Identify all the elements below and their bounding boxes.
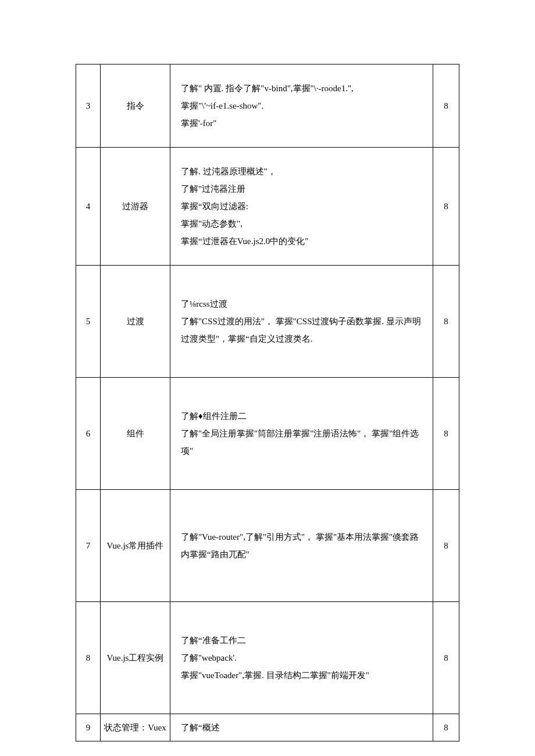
- row-topic: Vue.js工程实例: [101, 602, 170, 714]
- row-description: 了⅛rcss过渡了解"CSS过渡的用法"， 掌握"CSS过渡钩子函数掌握. 显示…: [170, 266, 433, 378]
- row-description: 了解“准备工作二了解"webpack'.掌握"vueToader",掌握. 目录…: [170, 602, 433, 714]
- table-row: 9 状态管理：Vuex 了解“概述 8: [76, 714, 459, 741]
- row-hours: 8: [433, 266, 459, 378]
- row-topic: 过游器: [101, 148, 170, 266]
- table-row: 6 组件 了解♦组件注册二了解"全局注册掌握"筒部注册掌握"注册语法怖"， 掌握…: [76, 378, 459, 490]
- syllabus-table: 3 指令 了解" 内置. 指令了解"v-bind",掌握"\·-roode1."…: [76, 64, 459, 741]
- table-row: 8 Vue.js工程实例 了解“准备工作二了解"webpack'.掌握"vueT…: [76, 602, 459, 714]
- table-row: 7 Vue.js常用插件 了解"Vue-router",了解"引用方式"， 掌握…: [76, 490, 459, 602]
- row-hours: 8: [433, 65, 459, 148]
- row-topic: 指令: [101, 65, 170, 148]
- row-topic: Vue.js常用插件: [101, 490, 170, 602]
- row-topic: 状态管理：Vuex: [101, 714, 170, 741]
- row-number: 5: [76, 266, 101, 378]
- row-topic: 组件: [101, 378, 170, 490]
- row-number: 7: [76, 490, 101, 602]
- table-row: 4 过游器 了解. 过沌器原理概述"，了解"过沌器注册掌握“双向过滤器:掌握"动…: [76, 148, 459, 266]
- row-number: 6: [76, 378, 101, 490]
- row-number: 8: [76, 602, 101, 714]
- row-number: 9: [76, 714, 101, 741]
- table-row: 3 指令 了解" 内置. 指令了解"v-bind",掌握"\·-roode1."…: [76, 65, 459, 148]
- row-description: 了解"Vue-router",了解"引用方式"， 掌握"基本用法掌握"倏套路内掌…: [170, 490, 433, 602]
- row-number: 4: [76, 148, 101, 266]
- row-hours: 8: [433, 378, 459, 490]
- row-description: 了解“概述: [170, 714, 433, 741]
- row-description: 了解♦组件注册二了解"全局注册掌握"筒部注册掌握"注册语法怖"， 掌握"组件选项…: [170, 378, 433, 490]
- row-hours: 8: [433, 602, 459, 714]
- row-topic: 过渡: [101, 266, 170, 378]
- table-row: 5 过渡 了⅛rcss过渡了解"CSS过渡的用法"， 掌握"CSS过渡钩子函数掌…: [76, 266, 459, 378]
- row-hours: 8: [433, 148, 459, 266]
- row-description: 了解. 过沌器原理概述"，了解"过沌器注册掌握“双向过滤器:掌握"动态参数",掌…: [170, 148, 433, 266]
- row-description: 了解" 内置. 指令了解"v-bind",掌握"\·-roode1.",掌握"\…: [170, 65, 433, 148]
- row-number: 3: [76, 65, 101, 148]
- row-hours: 8: [433, 490, 459, 602]
- row-hours: 8: [433, 714, 459, 741]
